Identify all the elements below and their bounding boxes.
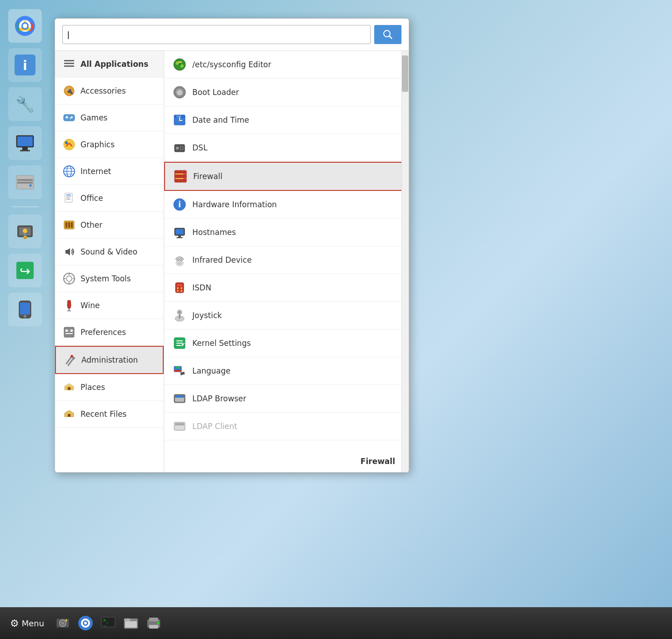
dock-item-monitor[interactable]: [8, 126, 42, 160]
category-preferences[interactable]: T A Preferences: [55, 319, 164, 346]
category-other[interactable]: Other: [55, 212, 164, 239]
svg-point-115: [177, 261, 182, 265]
search-button[interactable]: [374, 25, 401, 44]
svg-rect-13: [17, 182, 33, 184]
app-hostnames[interactable]: Hostnames: [164, 219, 409, 246]
menu-popup: All Applications 🔌 Accessories: [55, 18, 409, 473]
category-recentfiles[interactable]: Recent Files: [55, 401, 164, 428]
firewall-icon: [173, 169, 188, 184]
taskbar-files-btn[interactable]: [121, 614, 140, 633]
apps-panel: /etc/sysconfig Editor ⏻ Boot Loader: [164, 51, 409, 472]
app-datetime[interactable]: SUN Date and Time: [164, 106, 409, 134]
scrollbar-thumb[interactable]: [402, 55, 408, 92]
dock-item-info[interactable]: i: [8, 48, 42, 82]
svg-rect-9: [22, 147, 28, 150]
app-joystick[interactable]: Joystick: [164, 302, 409, 329]
svg-point-142: [61, 621, 65, 625]
svg-point-120: [177, 290, 179, 292]
svg-line-25: [389, 36, 392, 39]
svg-rect-69: [68, 387, 70, 390]
taskbar-browser-btn[interactable]: [76, 614, 95, 633]
svg-rect-106: [176, 174, 184, 175]
category-all-label: All Applications: [80, 60, 148, 69]
sysconfig-icon: [172, 57, 187, 72]
svg-text:🏴: 🏴: [180, 371, 186, 377]
search-input[interactable]: [62, 25, 371, 44]
app-infrared-label: Infrared Device: [192, 255, 252, 265]
dock: i 🔧: [0, 0, 50, 607]
category-games-label: Games: [80, 113, 107, 122]
svg-point-53: [66, 276, 72, 281]
svg-rect-111: [176, 229, 184, 235]
category-wine[interactable]: Wine: [55, 292, 164, 319]
category-office-label: Office: [80, 194, 103, 203]
category-office[interactable]: Office: [55, 185, 164, 212]
dock-item-tools[interactable]: 🔧: [8, 87, 42, 121]
category-internet[interactable]: Internet: [55, 158, 164, 185]
svg-rect-107: [176, 178, 184, 179]
app-ldapclient-label: LDAP Client: [192, 422, 237, 431]
svg-rect-49: [65, 222, 67, 228]
category-places[interactable]: Places: [55, 374, 164, 401]
category-soundvideo[interactable]: Sound & Video: [55, 239, 164, 265]
svg-rect-45: [66, 196, 71, 197]
category-graphics-label: Graphics: [80, 140, 115, 149]
dock-item-exit[interactable]: ↪: [8, 254, 42, 287]
dock-item-phone[interactable]: [8, 293, 42, 326]
svg-point-143: [65, 619, 67, 621]
svg-rect-27: [64, 63, 74, 64]
app-ldapclient[interactable]: LDAP Client: [164, 413, 409, 440]
dock-item-lock[interactable]: 🔒: [8, 215, 42, 248]
list-icon: [62, 57, 76, 71]
app-ldapbrowser[interactable]: LDAP Browser: [164, 385, 409, 413]
svg-point-23: [24, 315, 26, 318]
app-kernel-label: Kernel Settings: [192, 339, 251, 348]
app-hardware[interactable]: i Hardware Information: [164, 191, 409, 219]
svg-rect-152: [124, 619, 130, 621]
svg-rect-95: [175, 180, 186, 182]
systemtools-icon: [62, 272, 76, 285]
svg-rect-22: [20, 303, 30, 315]
dock-item-drive[interactable]: [8, 165, 42, 199]
infrared-icon: [172, 253, 187, 267]
preferences-icon: T A: [62, 325, 76, 339]
app-infrared[interactable]: Infrared Device: [164, 246, 409, 274]
category-panel: All Applications 🔌 Accessories: [55, 51, 164, 472]
scrollbar-track[interactable]: [401, 51, 409, 472]
datetime-icon: SUN: [172, 113, 187, 127]
svg-text:i: i: [23, 58, 27, 73]
app-dsl[interactable]: DSL: [164, 134, 409, 162]
dock-item-chrome[interactable]: [8, 9, 42, 43]
app-firewall[interactable]: Firewall: [164, 162, 409, 191]
taskbar-terminal-btn[interactable]: _ >_: [99, 614, 118, 633]
app-sysconfig[interactable]: /etc/sysconfig Editor: [164, 51, 409, 79]
svg-rect-44: [66, 195, 71, 195]
hostnames-icon: [172, 225, 187, 240]
category-accessories[interactable]: 🔌 Accessories: [55, 78, 164, 105]
svg-point-34: [71, 116, 73, 118]
wine-icon: [62, 299, 76, 312]
category-graphics[interactable]: Graphics: [55, 131, 164, 158]
app-ldapbrowser-label: LDAP Browser: [192, 394, 246, 403]
category-administration[interactable]: Administration: [55, 346, 164, 374]
svg-rect-26: [64, 60, 74, 61]
svg-point-14: [29, 184, 32, 187]
svg-point-119: [181, 287, 182, 289]
app-isdn[interactable]: ISDN: [164, 274, 409, 302]
taskbar-menu-button[interactable]: ⚙ Menu: [5, 615, 50, 632]
taskbar-printer-btn[interactable]: [144, 614, 163, 633]
svg-rect-46: [66, 198, 70, 199]
search-bar: [55, 19, 409, 51]
app-kernel[interactable]: Kernel Settings: [164, 329, 409, 357]
category-systemtools[interactable]: System Tools: [55, 265, 164, 292]
ldapbrowser-icon: [172, 391, 187, 406]
category-all[interactable]: All Applications: [55, 51, 164, 78]
svg-text:i: i: [178, 200, 181, 209]
svg-rect-10: [20, 150, 30, 151]
taskbar-screenshot-btn[interactable]: [53, 614, 72, 633]
svg-rect-136: [175, 395, 184, 398]
svg-rect-51: [71, 222, 73, 228]
app-language[interactable]: 🏴 Language: [164, 357, 409, 385]
category-games[interactable]: Games: [55, 105, 164, 131]
app-bootloader[interactable]: ⏻ Boot Loader: [164, 79, 409, 106]
